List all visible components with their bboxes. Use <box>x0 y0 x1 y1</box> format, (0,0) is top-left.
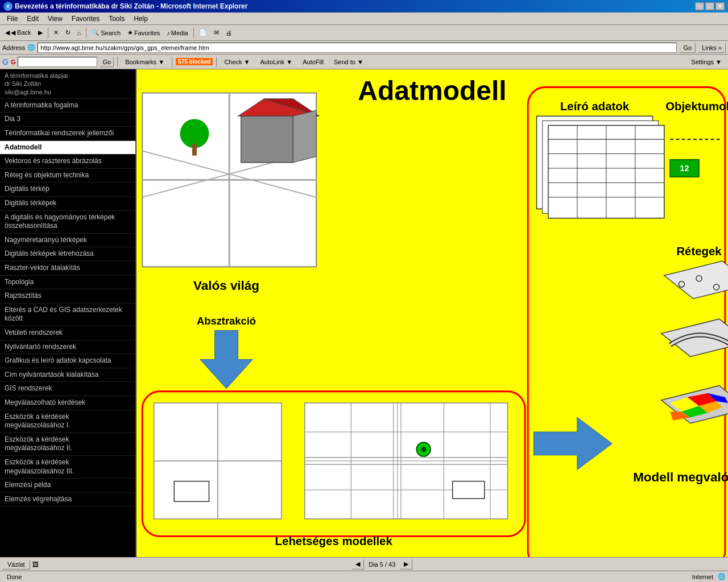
sidebar-item-digitalis-terkepek[interactable]: Digitális térképek <box>0 197 135 211</box>
absztrakcio-label: Absztrakció <box>197 315 256 327</box>
sidebar-item-megv-kerdesek[interactable]: Megválaszolható kérdések <box>0 396 135 410</box>
separator <box>48 28 48 38</box>
address-input[interactable] <box>38 43 677 53</box>
menu-file[interactable]: File <box>2 14 22 24</box>
mail-button[interactable]: ✉ <box>211 27 222 39</box>
sidebar-item-raszter-vektor[interactable]: Raszter-vektor átalakítás <box>0 261 135 276</box>
sidebar-item-elemzes-vegrehajt[interactable]: Elemzés végrehajtása <box>0 493 135 507</box>
google-go-button[interactable]: Go <box>100 57 114 67</box>
history-button[interactable]: 📄 <box>196 27 210 39</box>
sidebar-item-elteres-cad-gis[interactable]: Eltérés a CAD és GIS adatszerkezetek köz… <box>0 304 135 326</box>
sidebar-item-digitalis-letrehozasa[interactable]: Digitális térképek létrehozása <box>0 247 135 261</box>
sidebar-item-elemzesi-pelda[interactable]: Elemzési példa <box>0 479 135 493</box>
valos-vilag-label: Valós világ <box>193 278 259 293</box>
bookmarks-button[interactable]: Bookmarks ▼ <box>121 56 168 68</box>
svg-point-5 <box>180 119 209 148</box>
autofill-button[interactable]: AutoFill <box>299 56 328 68</box>
building-num: 12 <box>680 164 689 173</box>
sidebar-item-rajztisztitas[interactable]: Rajztisztítás <box>0 289 135 304</box>
sendto-button[interactable]: Send to ▼ <box>330 56 367 68</box>
menu-edit[interactable]: Edit <box>22 14 43 24</box>
home-button[interactable]: ⌂ <box>75 27 84 39</box>
menu-favorites[interactable]: Favorites <box>67 14 104 24</box>
sidebar-item-grafikus-leir[interactable]: Grafikus és leíró adatok kapcsolata <box>0 354 135 368</box>
sidebar-item-eszkozok-i[interactable]: Eszközök a kérdések megválaszolásához I. <box>0 410 135 433</box>
sidebar-item-vetuleti[interactable]: Vetületi rendszerek <box>0 326 135 340</box>
sidebar-item-cim-nyilv[interactable]: Cím nyilvántartások kialakítása <box>0 368 135 383</box>
go-button[interactable]: Go <box>679 43 696 53</box>
internet-status: Internet <box>692 573 713 580</box>
sidebar-author-line2: dr Siki Zoltán <box>5 80 131 88</box>
menu-tools[interactable]: Tools <box>104 14 129 24</box>
links-button[interactable]: Links » <box>698 43 726 53</box>
retegek-label: Rétegek <box>676 245 722 257</box>
ie-icon: e <box>3 2 13 11</box>
minimize-button[interactable]: − <box>695 2 704 10</box>
arrow-right <box>533 418 612 470</box>
print-button[interactable]: 🖨 <box>223 27 235 39</box>
toolbar: ◀ ◀ Back ▶ ✕ ↻ ⌂ 🔍 Search ★ Favorites ♪ … <box>0 25 728 41</box>
search-button[interactable]: 🔍 Search <box>89 27 123 39</box>
media-icon: ♪ <box>167 30 170 36</box>
window-title: Bevezetés a térinformatikába dr Siki Zol… <box>15 2 247 10</box>
sidebar-item-topologia[interactable]: Topológia <box>0 276 135 290</box>
objektumok-label: Objektumok <box>665 100 728 113</box>
sidebar-item-gis-rendszerek[interactable]: GIS rendszerek <box>0 382 135 396</box>
sidebar-item-digitalis-hagyomanyos[interactable]: A digitális és hagyományos térképek össz… <box>0 211 135 234</box>
google-logo: G <box>2 57 9 66</box>
sidebar-item-dia3[interactable]: Dia 3 <box>0 113 135 127</box>
sidebar-header: A térinformatika alapjai dr Siki Zoltán … <box>0 69 135 99</box>
thumbnail-icon: 🖼 <box>32 561 39 568</box>
maximize-button[interactable]: □ <box>705 2 714 10</box>
sidebar-item-adatmodell[interactable]: Adatmodell <box>0 141 135 155</box>
forward-button[interactable]: ▶ <box>35 27 46 39</box>
separator2 <box>86 28 86 38</box>
bottom-bar: Vázlat 🖼 ◀ Dia 5 / 43 ▶ <box>0 557 728 571</box>
menu-help[interactable]: Help <box>129 14 152 24</box>
sidebar: A térinformatika alapjai dr Siki Zoltán … <box>0 69 136 557</box>
next-slide-button[interactable]: ▶ <box>400 559 412 569</box>
google-search-input[interactable] <box>18 57 97 67</box>
sidebar-item-nyilvantarto[interactable]: Nyilvántartó rendszerek <box>0 340 135 355</box>
prev-slide-button[interactable]: ◀ <box>351 559 364 569</box>
menu-bar: File Edit View Favorites Tools Help <box>0 13 728 25</box>
sidebar-author-line1: A térinformatika alapjai <box>5 72 131 80</box>
g-sep1 <box>117 57 118 67</box>
sidebar-item-vektoros[interactable]: Vektoros és raszteres ábrázolás <box>0 155 135 169</box>
check-button[interactable]: Check ▼ <box>220 56 254 68</box>
sidebar-item-eszkozok-ii[interactable]: Eszközök a kérdések megválaszolásához II… <box>0 433 135 456</box>
vazlat-button[interactable]: Vázlat <box>2 559 30 569</box>
autolink-button[interactable]: AutoLink ▼ <box>257 56 297 68</box>
refresh-button[interactable]: ↻ <box>63 27 73 39</box>
g-sep3 <box>216 57 217 67</box>
sidebar-item-digitalis-terkep[interactable]: Digitális térkép <box>0 182 135 197</box>
close-button[interactable]: ✕ <box>715 2 725 10</box>
sidebar-item-jellemzoi[interactable]: Térinformatikai rendszerek jellemzői <box>0 127 135 141</box>
back-icon: ◀ <box>5 29 10 36</box>
address-bar: Address 🌐 Go Links » <box>0 41 728 55</box>
back-button[interactable]: ◀ ◀ Back <box>2 27 34 39</box>
status-bar: Done Internet 🌐 <box>0 571 728 582</box>
modell-megv-label: Modell megvalósítása <box>633 470 728 484</box>
address-icon: 🌐 <box>27 44 35 51</box>
internet-icon: 🌐 <box>718 573 726 580</box>
menu-view[interactable]: View <box>43 14 67 24</box>
content-area: Adatmodell Valós világ Absztrakció <box>136 69 728 557</box>
svg-marker-11 <box>293 110 316 163</box>
media-button[interactable]: ♪ Media <box>164 27 191 39</box>
svg-rect-15 <box>174 481 209 502</box>
sidebar-item-reteg[interactable]: Réteg és objektum technika <box>0 169 135 183</box>
search-icon: 🔍 <box>92 29 100 36</box>
stop-button[interactable]: ✕ <box>51 27 61 39</box>
sidebar-item-eszkozok-iii[interactable]: Eszközök a kérdések megválaszolásához II… <box>0 456 135 479</box>
favorites-button[interactable]: ★ Favorites <box>125 27 163 39</box>
lehetseges-modellek-label: Lehetséges modellek <box>275 535 393 547</box>
arrow-down <box>200 331 253 389</box>
settings-button[interactable]: Settings ▼ <box>687 56 726 68</box>
sidebar-item-fogalma[interactable]: A térinformatika fogalma <box>0 99 135 113</box>
svg-rect-6 <box>192 144 197 155</box>
slide-info: Dia 5 / 43 <box>369 561 395 568</box>
sidebar-item-nagymeretarany[interactable]: Nagyméretarányú térképek <box>0 234 135 248</box>
svg-rect-7 <box>241 116 293 163</box>
title-bar: e Bevezetés a térinformatikába dr Siki Z… <box>0 0 728 13</box>
